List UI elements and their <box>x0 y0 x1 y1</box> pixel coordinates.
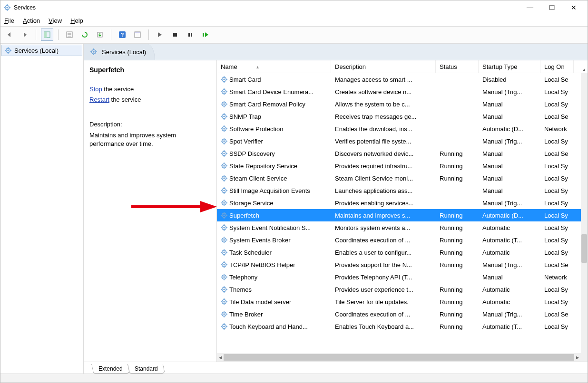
toolbar: ? <box>0 26 588 43</box>
service-row[interactable]: Spot VerifierVerifies potential file sys… <box>217 135 588 147</box>
maximize-button[interactable]: ☐ <box>541 0 563 15</box>
description-text: Maintains and improves system performanc… <box>89 131 211 148</box>
cell-logon: Local Se <box>540 73 574 86</box>
cell-startup: Automatic (D... <box>479 123 540 135</box>
cell-logon: Local Sy <box>540 296 574 308</box>
list-body[interactable]: Smart CardManages access to smart ...Dis… <box>217 73 588 353</box>
scrollbar-thumb[interactable] <box>581 234 587 263</box>
description-label: Description: <box>89 120 211 129</box>
column-logon[interactable]: Log On <box>540 60 574 73</box>
service-row[interactable]: ThemesProvides user experience t...Runni… <box>217 283 588 296</box>
column-status[interactable]: Status <box>436 60 479 73</box>
service-row[interactable]: SuperfetchMaintains and improves s...Run… <box>217 209 588 221</box>
menu-view[interactable]: View <box>49 17 62 24</box>
cell-logon: Local Sy <box>540 320 574 333</box>
cell-name: SSDP Discovery <box>217 147 331 160</box>
cell-name: Telephony <box>217 271 331 283</box>
cell-startup: Automatic <box>479 246 540 259</box>
cell-startup: Manual <box>479 160 540 172</box>
column-startup-type[interactable]: Startup Type <box>479 60 540 73</box>
tree-node-services-local[interactable]: Services (Local) <box>1 45 82 56</box>
tab-standard[interactable]: Standard <box>127 364 165 373</box>
vertical-scrollbar[interactable]: ▲ ▼ <box>581 73 588 353</box>
scroll-right-arrow-icon[interactable]: ▶ <box>574 353 581 362</box>
restart-service-line: Restart the service <box>89 96 211 104</box>
gear-icon <box>221 163 227 169</box>
service-row[interactable]: Task SchedulerEnables a user to configur… <box>217 246 588 259</box>
service-row[interactable]: Smart CardManages access to smart ...Dis… <box>217 73 588 86</box>
hscrollbar-thumb[interactable] <box>224 354 574 361</box>
service-row[interactable]: Smart Card Removal PolicyAllows the syst… <box>217 98 588 110</box>
close-button[interactable]: ✕ <box>563 0 585 15</box>
pause-service-button[interactable] <box>184 29 196 41</box>
cell-logon: Local Sy <box>540 209 574 221</box>
service-row[interactable]: Touch Keyboard and Hand...Enables Touch … <box>217 320 588 333</box>
cell-description: Discovers networked devic... <box>331 147 436 160</box>
cell-description: Enables Touch Keyboard a... <box>331 320 436 333</box>
service-row[interactable]: Storage ServiceProvides enabling service… <box>217 197 588 209</box>
toolbar-separator <box>148 29 149 40</box>
restart-service-button[interactable] <box>199 29 212 41</box>
cell-name: TCP/IP NetBIOS Helper <box>217 259 331 271</box>
export-button[interactable] <box>94 29 106 41</box>
cell-name: Smart Card Removal Policy <box>217 98 331 110</box>
service-row[interactable]: Still Image Acquisition EventsLaunches a… <box>217 184 588 197</box>
menu-file[interactable]: File <box>4 17 14 24</box>
sort-indicator-icon: ▴ <box>256 64 259 69</box>
service-row[interactable]: SNMP TrapReceives trap messages ge...Man… <box>217 110 588 123</box>
stop-service-link[interactable]: Stop <box>89 86 102 93</box>
menu-action[interactable]: Action <box>23 17 40 24</box>
cell-status: Running <box>436 234 479 246</box>
cell-name: System Event Notification S... <box>217 221 331 234</box>
cell-name: Themes <box>217 283 331 296</box>
cell-status: Running <box>436 209 479 221</box>
console-button[interactable] <box>131 29 144 41</box>
column-description[interactable]: Description <box>331 60 436 73</box>
svg-rect-16 <box>135 32 140 33</box>
svg-rect-20 <box>203 33 204 37</box>
service-row[interactable]: State Repository ServiceProvides require… <box>217 160 588 172</box>
service-row[interactable]: Steam Client ServiceSteam Client Service… <box>217 172 588 184</box>
scroll-up-arrow-icon[interactable]: ▲ <box>581 66 588 73</box>
refresh-button[interactable] <box>78 29 91 41</box>
service-row[interactable]: TCP/IP NetBIOS HelperProvides support fo… <box>217 259 588 271</box>
help-button[interactable]: ? <box>116 29 128 41</box>
service-row[interactable]: Tile Data model serverTile Server for ti… <box>217 296 588 308</box>
start-service-button[interactable] <box>154 29 166 41</box>
gear-icon <box>221 200 227 206</box>
gear-icon <box>221 261 227 268</box>
service-row[interactable]: Smart Card Device Enumera...Creates soft… <box>217 86 588 98</box>
menu-help[interactable]: Help <box>70 17 83 24</box>
service-row[interactable]: Software ProtectionEnables the download,… <box>217 123 588 135</box>
service-row[interactable]: Time BrokerCoordinates execution of ...R… <box>217 308 588 320</box>
cell-name: Steam Client Service <box>217 172 331 184</box>
service-row[interactable]: System Event Notification S...Monitors s… <box>217 221 588 234</box>
forward-button[interactable] <box>19 29 31 41</box>
cell-startup: Disabled <box>479 73 540 86</box>
service-row[interactable]: System Events BrokerCoordinates executio… <box>217 234 588 246</box>
pane-tab: Services (Local) <box>84 44 155 60</box>
stop-service-line: Stop the service <box>89 85 211 94</box>
gear-icon <box>221 249 227 256</box>
service-row[interactable]: TelephonyProvides Telephony API (T...Man… <box>217 271 588 283</box>
cell-startup: Automatic (T... <box>479 320 540 333</box>
svg-text:?: ? <box>121 32 124 38</box>
horizontal-scrollbar[interactable]: ◀ ▶ <box>217 353 588 362</box>
scroll-left-arrow-icon[interactable]: ◀ <box>217 353 224 362</box>
cell-status <box>436 197 479 209</box>
column-name[interactable]: Name▴ <box>217 60 331 73</box>
restart-service-link[interactable]: Restart <box>89 96 109 103</box>
minimize-button[interactable]: — <box>519 0 541 15</box>
gear-icon <box>221 187 227 194</box>
show-hide-tree-button[interactable] <box>41 29 53 41</box>
gear-icon <box>221 237 227 243</box>
gear-icon <box>221 323 227 330</box>
back-button[interactable] <box>3 29 16 41</box>
cell-logon: Local Sy <box>540 221 574 234</box>
cell-logon: Network <box>540 271 574 283</box>
tab-extended[interactable]: Extended <box>91 364 130 373</box>
properties-button[interactable] <box>63 29 76 41</box>
cell-logon: Local Sy <box>540 184 574 197</box>
service-row[interactable]: SSDP DiscoveryDiscovers networked devic.… <box>217 147 588 160</box>
stop-service-button[interactable] <box>169 29 181 41</box>
